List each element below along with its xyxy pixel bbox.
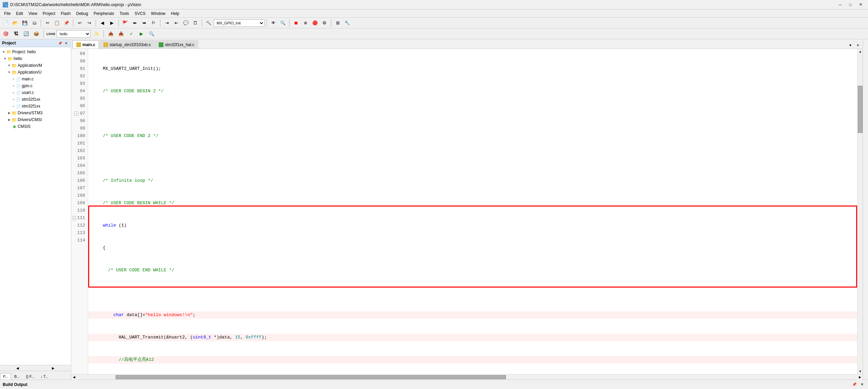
collapse-97[interactable]: − [74, 112, 78, 116]
rebuild-btn[interactable]: 🔄 [22, 30, 31, 38]
menu-svcs[interactable]: SVCS [132, 9, 149, 17]
target-settings-btn[interactable]: 🎯 [1, 30, 10, 38]
copy-btn[interactable]: 📋 [53, 19, 61, 27]
magic-wand-btn[interactable]: ✨ [92, 30, 101, 38]
layout-btn[interactable]: ⊞ [333, 19, 342, 27]
paste-flash-btn[interactable]: 📥 [117, 30, 125, 38]
menu-edit[interactable]: Edit [13, 9, 26, 17]
tree-app-u[interactable]: ▼ 📁 Application/U [0, 69, 71, 76]
comment-btn[interactable]: 💬 [181, 19, 190, 27]
menu-help[interactable]: Help [168, 9, 182, 17]
collapse-111[interactable]: − [73, 216, 76, 220]
debug-btn[interactable]: 🔴 [311, 19, 319, 27]
menu-peripherals[interactable]: Peripherals [91, 9, 117, 17]
function-dropdown[interactable]: MX_GPIO_Init [214, 19, 264, 27]
tree-drivers-stm-label: Drivers/STM3 [18, 111, 42, 115]
open-file-btn[interactable]: 📂 [11, 19, 20, 27]
settings-btn[interactable]: 🔧 [343, 19, 352, 27]
config-btn[interactable]: ⚙ [320, 19, 329, 27]
unindent-btn[interactable]: ⇤ [172, 19, 181, 27]
hscroll-left-btn[interactable]: ◀ [71, 374, 77, 380]
build-output-pin-btn[interactable]: 📌 [851, 381, 858, 388]
save-all-btn[interactable]: 🗂 [30, 19, 39, 27]
panel-close-button[interactable]: ✕ [63, 40, 69, 46]
tree-gpio-c[interactable]: ＋ 📄 gpio.c [0, 82, 71, 89]
cut-btn[interactable]: ✂ [43, 19, 52, 27]
tab-startup[interactable]: startup_stm32f103xb.s [100, 40, 154, 48]
paste-btn[interactable]: 📌 [62, 19, 71, 27]
panel-tab-t[interactable]: ↓ T... [38, 373, 52, 380]
tree-cmsis[interactable]: ◆ CMSIS [0, 123, 71, 130]
verify-btn[interactable]: 🔍 [147, 30, 156, 38]
hscroll-right-btn[interactable]: ▶ [857, 374, 863, 380]
batch-btn[interactable]: 📦 [32, 30, 41, 38]
indent-btn[interactable]: ⇥ [162, 19, 171, 27]
tree-hello[interactable]: ▼ 📁 hello [0, 55, 71, 62]
tree-drivers-cmsi[interactable]: ▶ 📁 Drivers/CMSI [0, 116, 71, 123]
hscroll-thumb[interactable] [116, 375, 506, 379]
tree-main-c[interactable]: ＋ 📄 main.c [0, 76, 71, 82]
uncomment-btn[interactable]: 🗒 [191, 19, 200, 27]
minimize-button[interactable]: ─ [835, 1, 845, 8]
prev-bookmark-btn[interactable]: ⬅ [130, 19, 139, 27]
build-output-close-btn[interactable]: ✕ [859, 381, 865, 388]
close-button[interactable]: ✕ [856, 1, 865, 8]
menu-window[interactable]: Window [148, 9, 168, 17]
nav-fwd-btn[interactable]: ▶ [107, 19, 116, 27]
tree-usart-c-label: usart.c [22, 90, 34, 95]
code-content[interactable]: MX_USART2_UART_Init(); /* USER CODE BEGI… [88, 49, 857, 374]
tree-usart-c[interactable]: ＋ 📄 usart.c [0, 89, 71, 96]
menu-file[interactable]: File [1, 9, 13, 17]
expand-main-c: ＋ [11, 77, 16, 81]
erase-btn[interactable]: ✓ [127, 30, 136, 38]
vscroll-track[interactable] [857, 54, 863, 369]
target-dropdown[interactable]: hello [57, 30, 91, 38]
vscroll-down-btn[interactable]: ▼ [857, 369, 863, 374]
next-bookmark-btn[interactable]: ➡ [140, 19, 149, 27]
save-btn[interactable]: 💾 [20, 19, 29, 27]
sep7 [267, 19, 267, 27]
scroll-left-btn[interactable]: ◀ [0, 365, 36, 371]
ln-109: 109 [71, 199, 88, 207]
stop-btn[interactable]: ⏹ [292, 19, 300, 27]
panel-tab-b[interactable]: B... [11, 373, 23, 380]
load-btn[interactable]: LOAD [46, 30, 55, 38]
build-btn[interactable]: 🏗 [12, 30, 20, 38]
program-btn[interactable]: ▶ [137, 30, 146, 38]
hscroll-track[interactable] [77, 375, 857, 380]
copy-flash-btn[interactable]: 📤 [106, 30, 115, 38]
new-file-btn[interactable]: 📄 [1, 19, 10, 27]
scroll-right-btn[interactable]: ▶ [36, 365, 71, 371]
panel-tab-f[interactable]: {} F... [23, 373, 38, 380]
tree-root[interactable]: ▼ 📁 Project: hello [0, 48, 71, 55]
tab-hal[interactable]: stm32f1xx_hal.c [155, 40, 198, 48]
clear-bookmark-btn[interactable]: 🏳 [149, 19, 158, 27]
main-layout: Project 📌 ✕ ▼ 📁 Project: hello ▼ 📁 hello… [0, 39, 868, 380]
tree-stm32-2[interactable]: ＋ 📄 stm32f1xx [0, 103, 71, 110]
tree-app-m[interactable]: ▼ 📁 Application/M [0, 62, 71, 69]
vscroll-up-btn[interactable]: ▲ [857, 49, 863, 54]
menu-project[interactable]: Project [40, 9, 58, 17]
maximize-button[interactable]: □ [846, 1, 855, 8]
tab-close-btn[interactable]: ✕ [854, 42, 861, 48]
undo-btn[interactable]: ↩ [75, 19, 84, 27]
menu-tools[interactable]: Tools [117, 9, 132, 17]
tab-pin-btn[interactable]: ▼ [847, 42, 854, 48]
menu-flash[interactable]: Flash [58, 9, 73, 17]
nav-back-btn[interactable]: ◀ [98, 19, 107, 27]
drivers-stm-icon: 📁 [12, 110, 17, 116]
view-btn[interactable]: 👁 [269, 19, 278, 27]
redo-btn[interactable]: ↪ [85, 19, 94, 27]
tab-main-c[interactable]: main.c [73, 40, 99, 48]
panel-pin-button[interactable]: 📌 [57, 40, 63, 46]
vscroll-thumb[interactable] [858, 86, 863, 133]
panel-tab-p[interactable]: P... [0, 373, 11, 380]
menu-view[interactable]: View [26, 9, 40, 17]
menu-debug[interactable]: Debug [74, 9, 91, 17]
tree-stm32-1[interactable]: ＋ 📄 stm32f1xx [0, 96, 71, 103]
build-target-icon[interactable]: 🔨 [204, 19, 213, 27]
bookmark-btn[interactable]: 🚩 [121, 19, 130, 27]
zoom-btn[interactable]: 🔍 [278, 19, 287, 27]
tree-drivers-stm[interactable]: ▶ 📁 Drivers/STM3 [0, 110, 71, 116]
run-btn[interactable]: ⏺ [301, 19, 310, 27]
